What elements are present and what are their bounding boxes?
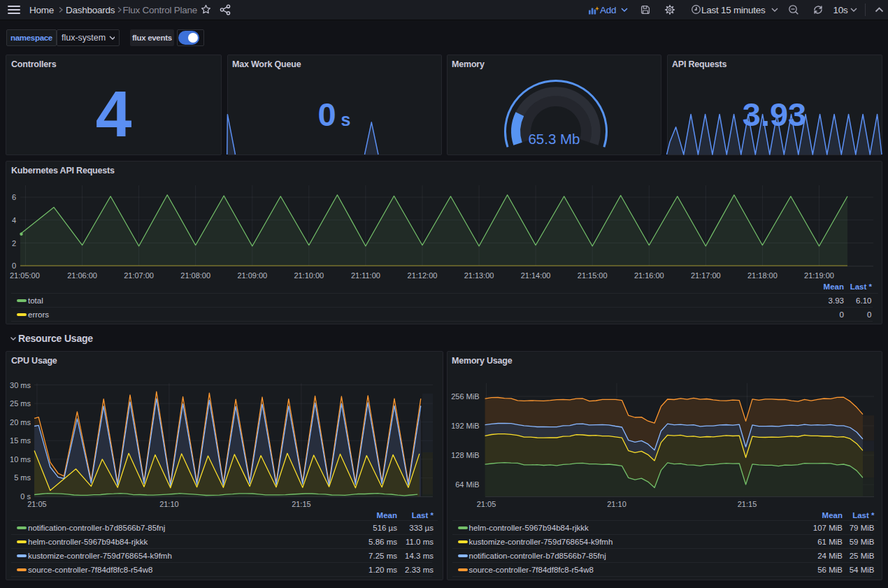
svg-text:256 MiB: 256 MiB bbox=[451, 392, 479, 401]
svg-text:21:10: 21:10 bbox=[607, 500, 626, 508]
svg-text:64 MiB: 64 MiB bbox=[455, 480, 479, 489]
svg-text:192 MiB: 192 MiB bbox=[451, 422, 479, 430]
svg-text:21:05: 21:05 bbox=[477, 500, 496, 508]
svg-text:21:15: 21:15 bbox=[738, 500, 757, 508]
svg-text:128 MiB: 128 MiB bbox=[451, 451, 479, 459]
